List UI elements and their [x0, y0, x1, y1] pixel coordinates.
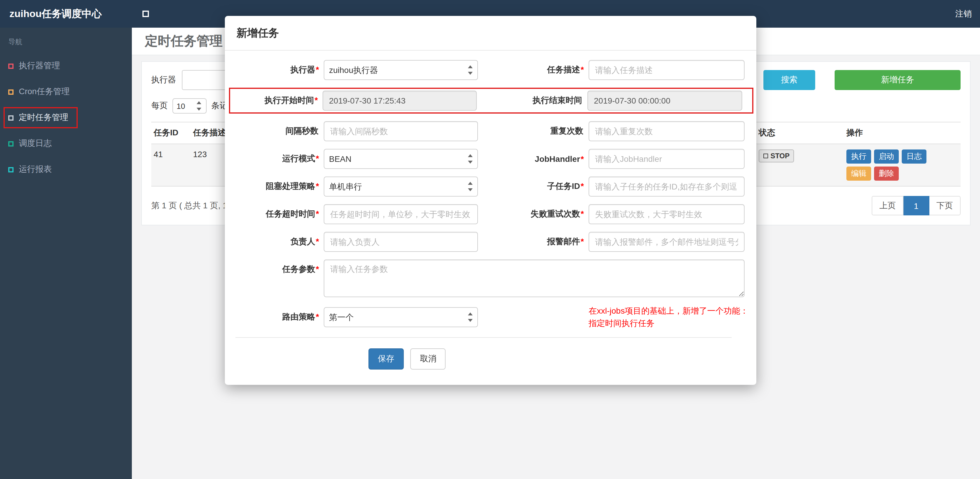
annotation-box-sidebar: 定时任务管理	[3, 107, 78, 128]
modal-footer: 保存 取消	[225, 338, 756, 373]
square-icon	[8, 167, 14, 172]
square-icon	[8, 89, 14, 94]
sidebar-item-dispatch-log[interactable]: 调度日志	[0, 130, 132, 156]
run-button[interactable]: 执行	[846, 150, 871, 164]
page-title: 定时任务管理	[145, 32, 223, 50]
job-param-textarea[interactable]	[324, 259, 745, 297]
pagination-summary: 第 1 页 ( 总共 1 页, 1	[151, 201, 227, 211]
save-button[interactable]: 保存	[369, 349, 404, 369]
job-desc-input[interactable]	[589, 60, 745, 80]
sidebar-item-scheduled-job-manage[interactable]: 定时任务管理	[0, 105, 132, 130]
menu-collapse-icon[interactable]	[142, 11, 149, 17]
block-strategy-select[interactable]: 单机串行	[324, 177, 478, 197]
alarm-email-input[interactable]	[589, 232, 745, 252]
fail-retry-input[interactable]	[589, 204, 745, 224]
log-button[interactable]: 日志	[902, 150, 926, 164]
stop-icon	[764, 154, 768, 158]
cancel-button[interactable]: 取消	[410, 349, 446, 369]
job-desc-label: 任务描述*	[483, 65, 584, 75]
app-root: zuihou任务调度中心 注销 导航 执行器管理 Cron任务管理 定时任务管理…	[0, 0, 980, 479]
route-strategy-select[interactable]: 第一个	[324, 307, 478, 327]
col-actions: 操作	[844, 123, 961, 143]
annotation-box-time-row: 执行开始时间* 执行结束时间	[229, 88, 753, 114]
executor-filter-label: 执行器	[151, 75, 176, 85]
block-strategy-label: 阻塞处理策略*	[231, 181, 319, 192]
sidebar-item-label: Cron任务管理	[19, 86, 70, 97]
delete-button[interactable]: 删除	[874, 167, 899, 181]
interval-label: 间隔秒数	[231, 126, 319, 137]
job-handler-input[interactable]	[589, 149, 745, 169]
executor-select[interactable]: zuihou执行器	[324, 60, 478, 80]
child-job-id-label: 子任务ID*	[483, 181, 584, 192]
repeat-count-label: 重复次数	[483, 126, 584, 137]
job-param-label: 任务参数*	[231, 259, 319, 275]
owner-label: 负责人*	[231, 237, 319, 247]
add-job-button[interactable]: 新增任务	[835, 70, 961, 90]
col-status: 状态	[756, 123, 844, 143]
row-actions: 执行 启动 日志 编辑 删除	[844, 144, 932, 186]
timeout-input[interactable]	[324, 204, 478, 224]
sidebar-item-label: 调度日志	[19, 138, 52, 149]
feature-note: 在xxl-jobs项目的基础上，新增了一个功能： 指定时间执行任务	[589, 305, 745, 329]
add-job-modal: 新增任务 执行器* zuihou执行器 任务描述* 执行开始时间* 执行结束时间…	[225, 16, 756, 385]
page-next-button[interactable]: 下页	[929, 196, 961, 215]
owner-input[interactable]	[324, 232, 478, 252]
sidebar-item-label: 执行器管理	[19, 60, 60, 71]
start-time-label: 执行开始时间*	[231, 95, 318, 106]
sidebar-item-label: 运行报表	[19, 164, 52, 175]
per-page-select[interactable]: 10	[172, 98, 207, 114]
sidebar-item-run-report[interactable]: 运行报表	[0, 156, 132, 182]
interval-input[interactable]	[324, 121, 478, 141]
child-job-id-input[interactable]	[589, 177, 745, 197]
status-badge: STOP	[759, 150, 794, 162]
modal-header: 新增任务	[225, 16, 756, 51]
pagination-group: 上页 1 下页	[872, 196, 961, 215]
start-time-input[interactable]	[323, 91, 477, 111]
page-number-button[interactable]: 1	[904, 196, 929, 215]
square-icon	[8, 141, 14, 146]
add-job-form: 执行器* zuihou执行器 任务描述* 执行开始时间* 执行结束时间 间隔秒数…	[225, 51, 756, 373]
executor-label: 执行器*	[231, 65, 319, 75]
per-page-prefix: 每页	[151, 100, 168, 111]
run-mode-label: 运行模式*	[231, 154, 319, 164]
square-icon	[8, 63, 14, 68]
status-text: STOP	[770, 152, 789, 160]
search-button[interactable]: 搜索	[764, 70, 815, 90]
start-button[interactable]: 启动	[874, 150, 899, 164]
logout-link[interactable]: 注销	[955, 8, 980, 19]
sidebar-nav-label: 导航	[0, 28, 132, 53]
route-strategy-label: 路由策略*	[231, 312, 319, 323]
col-job-id: 任务ID	[151, 123, 191, 143]
sidebar-item-label: 定时任务管理	[19, 112, 68, 123]
alarm-email-label: 报警邮件*	[483, 237, 584, 247]
run-mode-select[interactable]: BEAN	[324, 149, 478, 169]
timeout-label: 任务超时时间*	[231, 209, 319, 220]
sidebar: 导航 执行器管理 Cron任务管理 定时任务管理 调度日志 运行报表	[0, 28, 132, 479]
cell-job-id: 41	[151, 144, 191, 186]
end-time-input[interactable]	[587, 91, 742, 111]
sidebar-item-cron-job-manage[interactable]: Cron任务管理	[0, 79, 132, 105]
job-handler-label: JobHandler*	[483, 154, 584, 164]
sidebar-item-executor-manage[interactable]: 执行器管理	[0, 53, 132, 79]
square-icon	[8, 115, 14, 120]
fail-retry-label: 失败重试次数*	[483, 209, 584, 220]
end-time-label: 执行结束时间	[482, 95, 583, 106]
page-prev-button[interactable]: 上页	[872, 196, 904, 215]
modal-title: 新增任务	[237, 27, 279, 39]
repeat-count-input[interactable]	[589, 121, 745, 141]
edit-button[interactable]: 编辑	[846, 167, 871, 181]
app-brand: zuihou任务调度中心	[0, 7, 132, 21]
